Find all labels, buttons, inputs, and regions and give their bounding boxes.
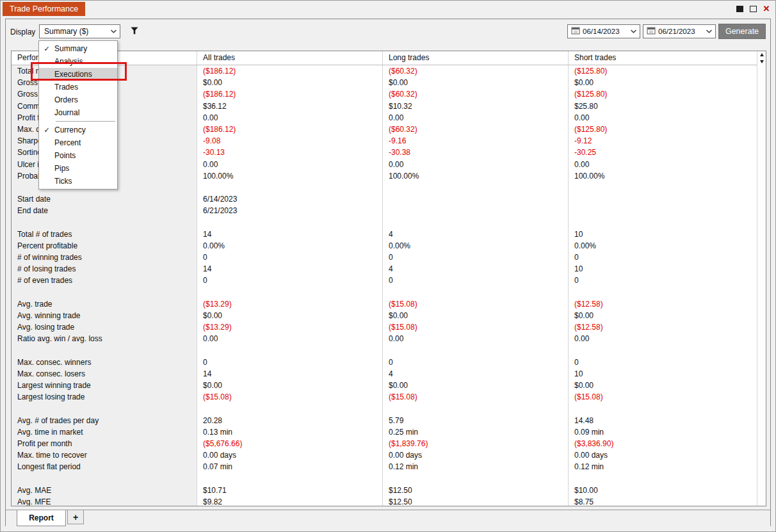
close-button[interactable]: ✕ bbox=[761, 4, 772, 13]
menu-item-ticks[interactable]: Ticks bbox=[39, 175, 117, 188]
cell-value: ($186.12) bbox=[197, 65, 383, 77]
menu-item-journal[interactable]: Journal bbox=[39, 106, 117, 119]
chevron-down-icon bbox=[631, 29, 640, 33]
cell-value: $0.00 bbox=[383, 77, 569, 88]
row-label: # of losing trades bbox=[12, 263, 197, 275]
cell-value bbox=[569, 345, 766, 357]
cell-value: 0.25 min bbox=[383, 426, 569, 438]
cell-value bbox=[383, 345, 569, 357]
row-label: Profit per month bbox=[12, 438, 197, 449]
cell-value bbox=[569, 182, 766, 193]
maximize-icon bbox=[750, 6, 757, 12]
row-label: Percent profitable bbox=[12, 240, 197, 252]
cell-value: $0.00 bbox=[383, 380, 569, 391]
cell-value: 14 bbox=[197, 229, 383, 240]
cell-value: ($15.08) bbox=[383, 391, 569, 403]
cell-value bbox=[383, 182, 569, 193]
table-row bbox=[12, 216, 766, 228]
cell-value: -9.16 bbox=[383, 135, 569, 147]
row-label: Total # of trades bbox=[12, 229, 197, 240]
cell-value: ($186.12) bbox=[197, 88, 383, 100]
cell-value: $0.00 bbox=[197, 380, 383, 391]
table-row bbox=[12, 287, 766, 298]
display-dropdown[interactable]: Summary ($) bbox=[39, 24, 120, 38]
row-label: Avg. losing trade bbox=[12, 321, 197, 333]
close-icon: ✕ bbox=[763, 4, 770, 13]
menu-item-orders[interactable]: Orders bbox=[39, 93, 117, 106]
cell-value: 0.00% bbox=[569, 240, 766, 252]
menu-separator bbox=[56, 121, 115, 122]
table-row: Avg. MAE$10.71$12.50$10.00 bbox=[12, 485, 766, 496]
cell-value: 0.12 min bbox=[569, 461, 766, 472]
cell-value: 4 bbox=[383, 368, 569, 380]
generate-button[interactable]: Generate bbox=[718, 24, 766, 39]
table-row: Start date6/14/2023 bbox=[12, 193, 766, 205]
cell-value bbox=[383, 193, 569, 205]
row-label bbox=[12, 403, 197, 414]
cell-value: ($15.08) bbox=[383, 321, 569, 333]
cell-value: 0.12 min bbox=[383, 461, 569, 472]
cell-value: $0.00 bbox=[197, 310, 383, 321]
menu-item-label: Currency bbox=[54, 125, 86, 134]
cell-value: 0 bbox=[197, 252, 383, 263]
table-row: Largest losing trade($15.08)($15.08)($15… bbox=[12, 391, 766, 403]
menu-item-pips[interactable]: Pips bbox=[39, 162, 117, 175]
minimize-button[interactable] bbox=[734, 4, 745, 13]
cell-value: 0 bbox=[383, 357, 569, 368]
menu-item-percent[interactable]: Percent bbox=[39, 136, 117, 149]
row-label: Avg. winning trade bbox=[12, 310, 197, 321]
start-date-picker[interactable]: 06/14/2023 bbox=[567, 24, 640, 38]
scroll-down-button[interactable] bbox=[757, 58, 766, 65]
row-label: Avg. time in market bbox=[12, 426, 197, 438]
window-controls: ✕ bbox=[734, 4, 772, 13]
add-tab-button[interactable]: + bbox=[67, 510, 84, 524]
cell-value: 100.00% bbox=[197, 170, 383, 182]
menu-item-points[interactable]: Points bbox=[39, 149, 117, 162]
cell-value bbox=[197, 216, 383, 228]
filter-button[interactable] bbox=[128, 26, 141, 38]
cell-value: 0.13 min bbox=[197, 426, 383, 438]
cell-value: -9.08 bbox=[197, 135, 383, 147]
vertical-scrollbar[interactable] bbox=[757, 51, 766, 506]
cell-value: $0.00 bbox=[383, 310, 569, 321]
row-label: End date bbox=[12, 205, 197, 216]
menu-item-currency[interactable]: ✓Currency bbox=[39, 124, 117, 136]
menu-item-trades[interactable]: Trades bbox=[39, 81, 117, 93]
cell-value: -30.25 bbox=[569, 147, 766, 158]
row-label: Max. consec. losers bbox=[12, 368, 197, 380]
menu-item-label: Ticks bbox=[54, 177, 72, 186]
cell-value: 0 bbox=[569, 357, 766, 368]
table-row: Max. drawdown($186.12)($60.32)($125.80) bbox=[12, 124, 766, 135]
cell-value: ($13.29) bbox=[197, 298, 383, 310]
maximize-button[interactable] bbox=[747, 4, 759, 13]
cell-value: 0.00 bbox=[197, 112, 383, 124]
table-row bbox=[12, 403, 766, 414]
cell-value: ($125.80) bbox=[569, 65, 766, 77]
bottom-tab-strip: Report + bbox=[6, 510, 770, 528]
cell-value: 0.00 days bbox=[197, 449, 383, 461]
end-date-picker[interactable]: 06/21/2023 bbox=[643, 24, 716, 38]
cell-value: 0.00 bbox=[197, 159, 383, 170]
table-row: Sharpe ratio-9.08-9.16-9.12 bbox=[12, 135, 766, 147]
table-row: Avg. winning trade$0.00$0.00$0.00 bbox=[12, 310, 766, 321]
menu-item-summary[interactable]: ✓Summary bbox=[39, 42, 117, 55]
table-row bbox=[12, 473, 766, 485]
cell-value: $10.00 bbox=[569, 485, 766, 496]
menu-item-label: Summary bbox=[54, 44, 87, 53]
cell-value: $10.32 bbox=[383, 101, 569, 112]
cell-value: ($3,836.90) bbox=[569, 438, 766, 449]
cell-value: 0.00 days bbox=[383, 449, 569, 461]
cell-value: 0.00 bbox=[569, 333, 766, 344]
cell-value: ($15.08) bbox=[197, 391, 383, 403]
window-title-tab[interactable]: Trade Performance bbox=[3, 2, 85, 16]
table-row: Profit per month($5,676.66)($1,839.76)($… bbox=[12, 438, 766, 449]
cell-value bbox=[197, 403, 383, 414]
table-row: Avg. MFE$9.82$12.50$8.75 bbox=[12, 496, 766, 506]
report-tab[interactable]: Report bbox=[17, 510, 66, 526]
row-label bbox=[12, 287, 197, 298]
scroll-up-button[interactable] bbox=[757, 51, 766, 58]
cell-value: 100.00% bbox=[569, 170, 766, 182]
menu-item-label: Pips bbox=[54, 164, 69, 173]
cell-value: 4 bbox=[383, 263, 569, 275]
column-header: All trades bbox=[197, 51, 383, 65]
